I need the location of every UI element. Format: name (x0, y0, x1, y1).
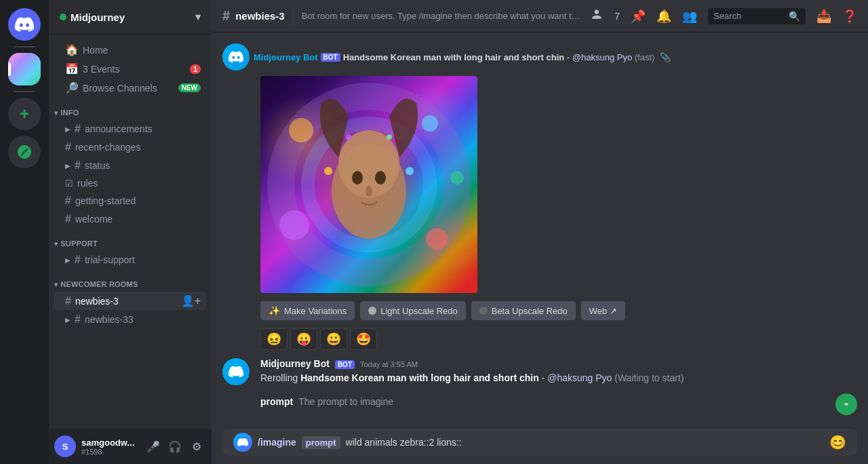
reaction-4[interactable]: 🤩 (350, 328, 377, 350)
expand-icon-status: ▶ (65, 162, 71, 170)
events-badge: 1 (190, 64, 201, 74)
reaction-2[interactable]: 😛 (290, 328, 317, 350)
members-icon[interactable] (590, 7, 604, 24)
channel-sidebar: Midjourney ▾ 🏠 Home 📅 3 Events 1 🔎 Brows… (49, 0, 212, 464)
category-newcomer-rooms[interactable]: ▾ NEWCOMER ROOMS (49, 269, 212, 291)
svg-point-6 (450, 171, 464, 185)
category-info[interactable]: ▾ INFO (49, 98, 212, 119)
make-variations-button[interactable]: ✨ Make Variations (260, 301, 355, 320)
web-label: Web ↗ (589, 306, 617, 316)
message-input-wrapper: /imagine prompt 😊 (222, 429, 857, 456)
emoji-button[interactable]: 😊 (829, 434, 846, 450)
trial-support-icon: # (75, 254, 81, 266)
notification-icon[interactable]: 🔔 (656, 9, 671, 24)
reroll-message: Midjourney Bot BOT Today at 3:55 AM Rero… (222, 358, 857, 385)
discord-icon[interactable] (8, 8, 41, 41)
channel-welcome[interactable]: # welcome (54, 210, 206, 228)
discover-icon[interactable] (8, 136, 41, 168)
beta-upscale-icon (479, 307, 488, 315)
user-name: samgoodw... (81, 438, 138, 448)
svg-point-14 (346, 134, 351, 140)
message-input[interactable] (346, 429, 824, 456)
channel-getting-started-label: getting-started (75, 195, 136, 206)
reroll-bot-avatar (222, 358, 250, 385)
getting-started-icon: # (65, 195, 71, 207)
home-icon: 🏠 (65, 43, 79, 56)
make-variations-label: Make Variations (284, 306, 347, 316)
add-member-icon[interactable]: 👤+ (181, 294, 201, 307)
newbies-33-icon: # (75, 313, 81, 326)
prompt-text: The prompt to imagine (298, 396, 393, 407)
reactions: 😖 😛 😀 🤩 (260, 328, 857, 350)
members-count-label: 7 (614, 11, 620, 22)
channel-newbies-3[interactable]: # newbies-3 👤+ (54, 292, 206, 310)
nav-events[interactable]: 📅 3 Events 1 (54, 60, 206, 78)
image-speed: (fast) (635, 52, 655, 62)
server-header[interactable]: Midjourney ▾ (49, 0, 212, 35)
prompt-label: prompt (260, 396, 293, 407)
nav-browse[interactable]: 🔎 Browse Channels NEW (54, 79, 206, 97)
beta-upscale-label: Beta Upscale Redo (492, 306, 568, 316)
nav-home-label: Home (83, 45, 108, 56)
reroll-bot-badge: BOT (335, 360, 355, 369)
category-support-label: SUPPORT (60, 239, 98, 248)
svg-point-5 (426, 228, 448, 250)
server-divider (14, 46, 35, 47)
reaction-1[interactable]: 😖 (260, 328, 288, 350)
reroll-mention: @haksung Pyo (547, 372, 612, 383)
user-info: samgoodw... #1598 (81, 438, 138, 456)
events-icon: 📅 (65, 62, 79, 75)
help-icon[interactable]: 👥 (682, 9, 697, 24)
settings-button[interactable]: ⚙ (187, 437, 206, 456)
category-support[interactable]: ▾ SUPPORT (49, 229, 212, 250)
hash-icon: # (222, 8, 230, 24)
reaction-2-emoji: 😛 (296, 332, 311, 347)
add-server-icon[interactable]: + (8, 98, 41, 130)
mute-button[interactable]: 🎤 (144, 437, 163, 456)
channel-newbies-33[interactable]: ▶ # newbies-33 (54, 311, 206, 328)
svg-point-11 (366, 186, 372, 197)
user-tag: #1598 (81, 448, 138, 456)
input-area: /imagine prompt 😊 (212, 421, 868, 464)
beta-upscale-redo-button[interactable]: Beta Upscale Redo (471, 301, 576, 320)
search-input[interactable] (713, 11, 786, 21)
pin-icon[interactable]: 📌 (631, 9, 646, 24)
channel-getting-started[interactable]: # getting-started (54, 192, 206, 210)
image-mention: @haksung Pyo (572, 52, 632, 62)
channel-newbies-3-label: newbies-3 (75, 296, 119, 307)
reroll-status: (Waiting to start) (614, 372, 684, 383)
expand-icon-trial: ▶ (65, 256, 71, 264)
user-area: S samgoodw... #1598 🎤 🎧 ⚙ (49, 429, 212, 464)
reroll-bold: Handsome Korean man with long hair and s… (300, 372, 539, 383)
svg-point-13 (406, 167, 414, 175)
light-upscale-redo-button[interactable]: Light Upscale Redo (360, 301, 465, 320)
jump-to-present-button[interactable] (835, 393, 857, 415)
input-avatar (233, 433, 252, 452)
channel-status[interactable]: ▶ # status (54, 157, 206, 174)
image-desc-text: Handsome Korean man with long hair and s… (343, 52, 564, 62)
user-controls: 🎤 🎧 ⚙ (144, 437, 206, 456)
channel-announcements[interactable]: ▶ # announcements (54, 120, 206, 138)
image-description: Handsome Korean man with long hair and s… (343, 52, 655, 62)
inbox-icon[interactable]: 📥 (816, 9, 831, 24)
web-button[interactable]: Web ↗ (581, 301, 625, 320)
image-container (260, 76, 857, 293)
svg-point-9 (352, 171, 363, 185)
slash-command: /imagine (258, 437, 296, 448)
question-icon[interactable]: ❓ (842, 9, 857, 24)
channel-recent-changes[interactable]: # recent-changes (54, 138, 206, 156)
deafen-button[interactable]: 🎧 (165, 437, 184, 456)
reroll-timestamp: Today at 3:55 AM (360, 360, 418, 368)
nav-home[interactable]: 🏠 Home (54, 41, 206, 59)
channel-trial-support[interactable]: ▶ # trial-support (54, 251, 206, 269)
search-box[interactable]: 🔍 (708, 8, 806, 24)
channel-list: 🏠 Home 📅 3 Events 1 🔎 Browse Channels NE… (49, 35, 212, 429)
channel-rules[interactable]: ☑ rules (54, 175, 206, 191)
reaction-3[interactable]: 😀 (320, 328, 347, 350)
channel-status-label: status (85, 160, 110, 171)
light-upscale-icon (368, 307, 376, 315)
category-info-label: INFO (60, 109, 79, 117)
midjourney-server-icon[interactable] (8, 53, 41, 85)
server-header-left: Midjourney (60, 12, 125, 23)
nav-browse-label: Browse Channels (83, 83, 157, 94)
